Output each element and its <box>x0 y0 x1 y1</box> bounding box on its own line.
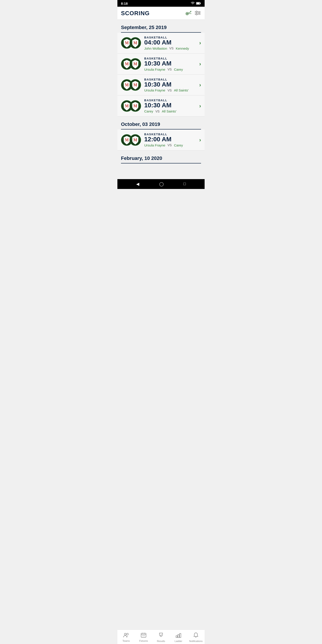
wifi-icon <box>191 2 195 5</box>
svg-text:SMC: SMC <box>126 81 128 82</box>
chevron-right-icon: › <box>199 40 201 46</box>
svg-text:SMC: SMC <box>134 136 137 137</box>
game-info: BASKETBALL 04:00 AM John Wollaston VS Ke… <box>144 36 198 50</box>
game-time: 04:00 AM <box>144 39 198 46</box>
svg-text:M: M <box>134 83 137 87</box>
svg-text:SMC: SMC <box>134 102 137 103</box>
status-bar: 8:18 <box>118 0 204 7</box>
sport-label: BASKETBALL <box>144 132 198 136</box>
back-button[interactable]: ◀ <box>136 182 139 186</box>
date-section-1: October, 03 2019 <box>118 116 204 130</box>
home-team-name: John Wollaston <box>144 46 167 50</box>
away-logo: M SMC <box>130 58 141 70</box>
away-logo: M SMC <box>130 100 141 112</box>
sport-label: BASKETBALL <box>144 98 198 102</box>
chevron-right-icon: › <box>199 61 201 67</box>
vs-label: VS <box>169 46 174 50</box>
game-time: 10:30 AM <box>144 81 198 88</box>
away-team-name: Carey <box>174 143 183 147</box>
svg-text:M: M <box>125 41 129 45</box>
svg-rect-1 <box>196 2 200 4</box>
home-team-name: Ursula Frayne <box>144 88 165 92</box>
svg-text:M: M <box>125 83 129 87</box>
content-area: September, 25 2019 M SMC M SMC BASKETBAL… <box>118 20 204 179</box>
vs-label: VS <box>168 88 172 92</box>
svg-text:SMC: SMC <box>126 102 128 103</box>
chevron-right-icon: › <box>199 103 201 109</box>
team-logos: M SMC M SMC <box>121 58 141 70</box>
home-team-name: Ursula Frayne <box>144 143 165 147</box>
svg-point-7 <box>196 14 197 15</box>
svg-point-4 <box>187 13 188 14</box>
android-nav: ◀ ◯ □ <box>118 179 204 189</box>
svg-text:M: M <box>134 138 137 142</box>
date-heading-2: February, 10 2020 <box>121 156 201 161</box>
game-time: 10:30 AM <box>144 102 198 109</box>
game-item-1-0[interactable]: M SMC M SMC BASKETBALL 12:00 AM Ursula F… <box>118 130 204 150</box>
status-right <box>191 2 201 5</box>
chevron-right-icon: › <box>199 82 201 88</box>
header: SCORING <box>118 7 204 20</box>
svg-text:M: M <box>134 104 137 108</box>
away-logo: M SMC <box>130 134 141 146</box>
team-logos: M SMC M SMC <box>121 134 141 146</box>
svg-text:M: M <box>125 104 129 108</box>
svg-rect-2 <box>200 3 201 4</box>
team-logos: M SMC M SMC <box>121 79 141 91</box>
date-divider-2 <box>121 163 201 164</box>
game-info: BASKETBALL 12:00 AM Ursula Frayne VS Car… <box>144 132 198 147</box>
svg-point-5 <box>196 11 197 12</box>
teams-row: Carey VS All Saints' <box>144 109 198 113</box>
date-heading-1: October, 03 2019 <box>121 122 201 127</box>
game-time: 12:00 AM <box>144 136 198 143</box>
chevron-right-icon: › <box>199 137 201 143</box>
home-team-name: Carey <box>144 109 153 113</box>
battery-icon <box>196 2 201 5</box>
date-heading-0: September, 25 2019 <box>121 24 201 30</box>
teams-row: Ursula Frayne VS Carey <box>144 143 198 147</box>
teams-row: Ursula Frayne VS All Saints' <box>144 88 198 92</box>
date-section-0: September, 25 2019 <box>118 20 204 33</box>
svg-text:SMC: SMC <box>134 39 137 40</box>
page-title: SCORING <box>121 10 150 17</box>
sport-label: BASKETBALL <box>144 78 198 81</box>
home-team-name: Ursula Frayne <box>144 68 165 71</box>
game-info: BASKETBALL 10:30 AM Ursula Frayne VS All… <box>144 78 198 92</box>
date-section-2: February, 10 2020 <box>118 150 204 164</box>
game-time: 10:30 AM <box>144 60 198 67</box>
sport-label: BASKETBALL <box>144 36 198 39</box>
vs-label: VS <box>168 143 172 147</box>
away-logo: M SMC <box>130 79 141 91</box>
away-logo: M SMC <box>130 37 141 49</box>
game-info: BASKETBALL 10:30 AM Carey VS All Saints' <box>144 98 198 113</box>
team-logos: M SMC M SMC <box>121 100 141 112</box>
vs-label: VS <box>168 68 172 71</box>
game-item-0-1[interactable]: M SMC M SMC BASKETBALL 10:30 AM Ursula F… <box>118 54 204 75</box>
game-info: BASKETBALL 10:30 AM Ursula Frayne VS Car… <box>144 57 198 71</box>
svg-text:M: M <box>134 62 137 66</box>
whistle-icon[interactable] <box>185 10 192 17</box>
svg-text:SMC: SMC <box>126 60 128 61</box>
svg-text:SMC: SMC <box>126 136 128 137</box>
teams-row: Ursula Frayne VS Carey <box>144 68 198 71</box>
filter-icon[interactable] <box>195 10 201 17</box>
status-time: 8:18 <box>121 2 128 5</box>
game-item-0-0[interactable]: M SMC M SMC BASKETBALL 04:00 AM John Wol… <box>118 33 204 54</box>
svg-text:SMC: SMC <box>134 60 137 61</box>
svg-text:SMC: SMC <box>134 81 137 82</box>
away-team-name: Kennedy <box>176 46 189 50</box>
svg-text:M: M <box>134 41 137 45</box>
home-button[interactable]: ◯ <box>159 182 164 186</box>
away-team-name: All Saints' <box>162 109 176 113</box>
svg-text:M: M <box>125 62 129 66</box>
away-team-name: Carey <box>174 68 183 71</box>
game-item-0-3[interactable]: M SMC M SMC BASKETBALL 10:30 AM Carey VS… <box>118 96 204 116</box>
recents-button[interactable]: □ <box>183 182 186 186</box>
team-logos: M SMC M SMC <box>121 37 141 49</box>
away-team-name: All Saints' <box>174 88 188 92</box>
header-actions <box>185 10 201 17</box>
vs-label: VS <box>156 110 160 113</box>
game-item-0-2[interactable]: M SMC M SMC BASKETBALL 10:30 AM Ursula F… <box>118 75 204 96</box>
svg-point-6 <box>198 12 200 14</box>
svg-text:SMC: SMC <box>126 39 128 40</box>
